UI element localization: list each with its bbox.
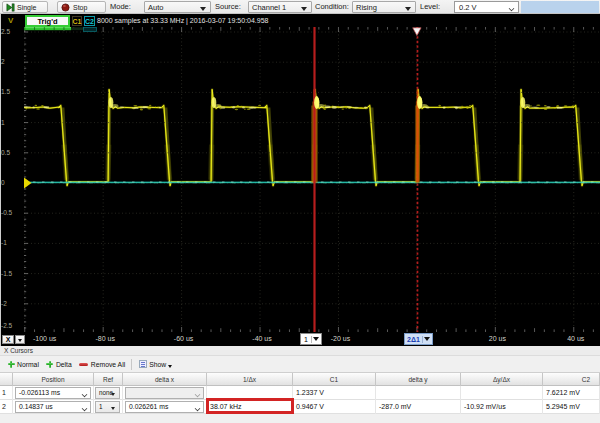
inv-dx-cell: 38.07 kHz: [207, 400, 293, 414]
position-cell: -0.026113 ms: [13, 386, 94, 400]
stop-label: Stop: [73, 4, 87, 11]
cursor1-flag[interactable]: 1: [300, 333, 322, 345]
x-axis-label: -40 us: [252, 335, 271, 342]
c1-value-cell: 0.9467 V: [293, 400, 376, 414]
ref-dropdown[interactable]: none: [95, 387, 120, 399]
ref-cell: none: [94, 386, 123, 400]
level-combobox[interactable]: 0.2 V: [454, 1, 519, 13]
ref-dropdown[interactable]: 1: [95, 401, 120, 413]
y-axis-label: 2: [1, 59, 5, 65]
delta-y-cell: -287.0 mV: [376, 400, 461, 414]
y-axis-label: -1.5: [1, 271, 12, 277]
scope-display: V Trig'd C1 C2 8000 samples at 33.33 MHz…: [0, 14, 600, 346]
column-header[interactable]: delta x: [123, 373, 207, 387]
chevron-down-icon: [195, 406, 200, 410]
cursor-row: 1-0.026113 msnone1.2337 V7.6212 mV: [0, 386, 600, 400]
chevron-down-icon: [82, 392, 87, 396]
level-label: Level:: [420, 0, 440, 14]
table-header-row: PositionRefdelta x1/ΔxC1delta yΔy/ΔxC2: [0, 372, 600, 386]
x-cursors-panel: X Cursors Normal Delta Remove All Show P…: [0, 346, 600, 423]
plus-icon: [46, 360, 54, 368]
condition-label: Condition:: [315, 0, 349, 14]
cursor1-flag-label: 1: [301, 336, 312, 343]
y-axis-label: -0.5: [1, 210, 12, 216]
inv-dx-cell: [207, 386, 293, 400]
stop-icon: [61, 3, 70, 12]
x-axis-dropdown-arrow[interactable]: [15, 335, 25, 344]
normal-label: Normal: [17, 361, 39, 368]
condition-select[interactable]: Rising: [352, 1, 416, 13]
cursor-row: 20.14837 us10.026261 ms38.07 kHz0.9467 V…: [0, 400, 600, 414]
y-axis-label: 0.5: [1, 150, 10, 156]
column-header[interactable]: delta y: [376, 373, 461, 387]
row-number: 1: [0, 386, 13, 400]
x-axis-strip: X -100 us-80 us-60 us-40 us-20 us20 us40…: [0, 332, 600, 346]
position-combobox[interactable]: -0.026113 ms: [15, 387, 91, 399]
source-select[interactable]: Channel 1: [248, 1, 312, 13]
ref-cell: 1: [94, 400, 123, 414]
delta-x-combobox[interactable]: 0.026261 ms: [125, 401, 204, 413]
cursor2-flag[interactable]: 2Δ1: [404, 333, 433, 345]
y-axis-label: 2.5: [1, 29, 10, 35]
y-axis-label: -1: [1, 240, 7, 246]
minus-icon: [79, 360, 89, 368]
column-header[interactable]: [0, 373, 13, 387]
y-axis-label: -2: [1, 301, 7, 307]
c2-value-cell: 7.6212 mV: [543, 386, 600, 400]
delta-x-cell: 0.026261 ms: [123, 400, 207, 414]
column-header[interactable]: Δy/Δx: [461, 373, 543, 387]
x-axis-label: -80 us: [95, 335, 114, 342]
y-axis-label: -2.5: [1, 323, 12, 329]
chevron-down-icon: [509, 6, 514, 10]
x-axis-label: 20 us: [489, 335, 506, 342]
highlighted-panel: [521, 1, 599, 13]
column-header[interactable]: Ref: [94, 373, 123, 387]
cursors-toolbar: Normal Delta Remove All Show: [0, 356, 600, 372]
x-axis-button[interactable]: X: [2, 335, 14, 344]
chevron-down-icon: [82, 406, 87, 410]
dropdown-arrow-icon: [111, 407, 115, 410]
level-value: 0.2 V: [459, 3, 477, 12]
column-header[interactable]: 1/Δx: [207, 373, 293, 387]
column-header[interactable]: Position: [13, 373, 94, 387]
position-combobox[interactable]: 0.14837 us: [15, 401, 91, 413]
stop-button[interactable]: Stop: [57, 1, 106, 13]
column-header[interactable]: C1: [293, 373, 376, 387]
dy-dx-cell: -10.92 mV/us: [461, 400, 543, 414]
dropdown-arrow-icon: [301, 7, 307, 11]
plus-icon: [7, 360, 15, 368]
mode-select[interactable]: Auto: [144, 1, 211, 13]
column-header[interactable]: C2: [543, 373, 600, 387]
add-normal-cursor-button[interactable]: Normal: [7, 360, 39, 368]
dropdown-arrow-icon: [168, 365, 172, 368]
add-delta-cursor-button[interactable]: Delta: [46, 360, 72, 368]
channel1-badge[interactable]: C1: [72, 16, 82, 26]
remove-all-cursors-button[interactable]: Remove All: [79, 360, 125, 368]
single-label: Single: [17, 4, 36, 11]
y-axis-label: 0: [1, 180, 5, 186]
panel-title: X Cursors: [0, 346, 600, 356]
dropdown-arrow-icon: [200, 7, 206, 11]
trigger-status-badge: Trig'd: [25, 15, 70, 27]
c2-value-cell: 5.2945 mV: [543, 400, 600, 414]
condition-value: Rising: [356, 3, 377, 12]
delta-x-combobox[interactable]: [125, 387, 204, 399]
y-axis-label: 1: [1, 120, 5, 126]
toolbar-separator: [131, 359, 132, 370]
single-icon: [6, 3, 15, 12]
dropdown-arrow-icon: [405, 7, 411, 11]
oscilloscope-app: Single Stop Mode: Auto Source: Channel 1…: [0, 0, 600, 423]
top-toolbar: Single Stop Mode: Auto Source: Channel 1…: [0, 0, 600, 14]
chevron-down-icon: [195, 392, 200, 396]
cursor2-flag-label: 2Δ1: [405, 336, 423, 343]
channel2-badge[interactable]: C2: [84, 16, 95, 26]
x-axis-label: -60 us: [174, 335, 193, 342]
dy-dx-cell: [461, 386, 543, 400]
x-axis-label: -20 us: [331, 335, 350, 342]
c1-value-cell: 1.2337 V: [293, 386, 376, 400]
delta-y-cell: [376, 386, 461, 400]
show-menu-button[interactable]: Show: [139, 360, 172, 368]
waveform-plot[interactable]: [0, 27, 600, 332]
single-button[interactable]: Single: [2, 1, 48, 13]
dropdown-arrow-icon: [111, 393, 115, 396]
